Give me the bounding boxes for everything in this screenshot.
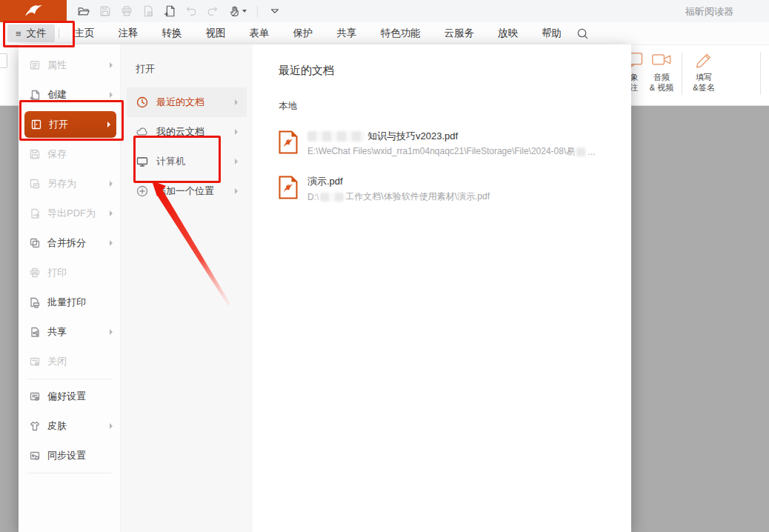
- sidebar-item-sync-settings[interactable]: 同步设置: [19, 441, 120, 471]
- hand-tool-button[interactable]: [227, 4, 247, 18]
- submenu-arrow-icon: [235, 99, 238, 105]
- submenu-arrow-icon: [235, 129, 238, 135]
- tab-special-features[interactable]: 特色功能: [369, 27, 433, 40]
- sidebar-item-export-pdf[interactable]: 导出PDF为: [19, 199, 120, 228]
- audio-video-label-1: 音频: [653, 72, 670, 82]
- menu-file-button[interactable]: ≡ 文件: [7, 24, 55, 42]
- pencil-icon: [693, 50, 714, 70]
- collapse-toolbar-icon[interactable]: [268, 4, 282, 18]
- sidebar-item-label: 打开: [49, 118, 68, 131]
- tab-present[interactable]: 放映: [486, 27, 530, 40]
- redo-icon[interactable]: [206, 4, 219, 18]
- open-item-label: 我的云文档: [156, 125, 204, 139]
- foxit-bird-icon: [21, 3, 46, 19]
- tab-cloud-service[interactable]: 云服务: [433, 27, 487, 40]
- ribbon-separator: [682, 52, 682, 95]
- sidebar-item-print[interactable]: 打印: [19, 258, 120, 287]
- remove-page-icon[interactable]: [142, 4, 155, 18]
- sidebar-item-label: 保存: [47, 147, 67, 161]
- sidebar-item-label: 批量打印: [47, 296, 86, 309]
- open-item-my-cloud-documents[interactable]: 我的云文档: [127, 117, 247, 147]
- tab-form[interactable]: 表单: [238, 27, 282, 40]
- fill-sign-label-1: 填写: [696, 72, 712, 82]
- open-item-label: 添加一个位置: [156, 184, 214, 198]
- audio-video-button[interactable]: 音频 & 视频: [642, 50, 682, 93]
- fill-sign-label-2: &签名: [693, 82, 714, 93]
- sidebar-item-label: 合并拆分: [47, 236, 86, 250]
- sidebar-item-label: 偏好设置: [47, 390, 86, 403]
- sidebar-item-open[interactable]: 打开: [24, 111, 116, 138]
- computer-icon: [136, 155, 149, 168]
- sidebar-item-create[interactable]: 创建: [19, 80, 120, 110]
- file-path: E:\WeChat Files\wxid_rra1m04nqaqc21\File…: [307, 145, 575, 158]
- recent-file-row[interactable]: 知识与技巧v2023.pdf E:\WeChat Files\wxid_rra1…: [279, 130, 631, 158]
- open-panel-title: 打开: [121, 61, 253, 87]
- undo-icon[interactable]: [184, 4, 198, 18]
- open-item-computer[interactable]: 计算机: [127, 147, 247, 176]
- sidebar-item-label: 共享: [47, 325, 67, 339]
- sidebar-item-label: 同步设置: [47, 449, 86, 462]
- sidebar-item-share[interactable]: 共享: [19, 317, 120, 347]
- submenu-arrow-icon: [110, 92, 113, 98]
- print-icon[interactable]: [120, 4, 133, 18]
- file-backstage-panel: 属性 创建 打开 保存 另存为 导出PDF为 合并拆分 打印: [19, 44, 631, 532]
- redacted-file-name: [307, 131, 365, 142]
- hand-tool-icon: [227, 4, 241, 18]
- local-section-label: 本地: [279, 100, 631, 113]
- sidebar-item-batch-print[interactable]: 批量打印: [19, 287, 120, 317]
- open-item-recent-documents[interactable]: 最近的文档: [127, 87, 247, 117]
- title-bar: 福昕阅读器: [0, 0, 769, 23]
- tab-share[interactable]: 共享: [325, 27, 369, 40]
- submenu-arrow-icon: [107, 122, 110, 127]
- submenu-arrow-icon: [110, 210, 113, 216]
- open-folder-icon[interactable]: [77, 4, 90, 18]
- close-document-icon: [29, 356, 41, 368]
- open-icon: [30, 119, 42, 130]
- submenu-arrow-icon: [110, 240, 113, 246]
- submenu-arrow-icon: [110, 423, 113, 429]
- open-item-add-a-place[interactable]: 添加一个位置: [127, 176, 247, 206]
- cloud-icon: [136, 125, 149, 139]
- ribbon-button-fragment-left: [0, 53, 7, 68]
- sidebar-item-merge-split[interactable]: 合并拆分: [19, 228, 120, 258]
- hand-tool-caret-icon: [242, 10, 247, 13]
- audio-video-label-2: & 视频: [650, 82, 673, 93]
- open-panel: 打开 最近的文档 我的云文档 计算机 添加一个位置: [121, 44, 253, 532]
- recent-file-row[interactable]: 演示.pdf D:\ 工作文档\体验软件使用素材\演示.pdf: [279, 175, 631, 203]
- tab-convert[interactable]: 转换: [150, 27, 194, 40]
- sidebar-item-close[interactable]: 关闭: [19, 347, 120, 376]
- submenu-arrow-icon: [110, 62, 113, 68]
- save-as-icon: [29, 178, 41, 190]
- save-icon[interactable]: [99, 4, 112, 18]
- recent-documents-title: 最近的文档: [279, 64, 631, 78]
- sidebar-item-label: 另存为: [47, 177, 76, 190]
- toolbar-separator: [257, 6, 258, 17]
- search-button[interactable]: [576, 27, 589, 40]
- tab-help[interactable]: 帮助: [530, 27, 573, 40]
- new-page-icon[interactable]: [163, 4, 176, 18]
- file-name: 演示.pdf: [307, 175, 343, 188]
- quick-access-toolbar: [77, 0, 282, 22]
- pdf-file-icon: [279, 130, 298, 154]
- export-pdf-icon: [29, 207, 41, 219]
- foxit-logo[interactable]: [0, 0, 67, 22]
- sidebar-item-label: 关闭: [47, 355, 67, 368]
- tab-protect[interactable]: 保护: [282, 27, 325, 40]
- sidebar-item-skin[interactable]: 皮肤: [19, 411, 120, 441]
- sidebar-item-save-as[interactable]: 另存为: [19, 169, 120, 199]
- file-name: 知识与技巧v2023.pdf: [367, 130, 458, 143]
- create-icon: [29, 89, 41, 101]
- tab-view[interactable]: 视图: [194, 27, 238, 40]
- print-icon: [29, 267, 41, 279]
- sidebar-item-preferences[interactable]: 偏好设置: [19, 382, 120, 411]
- tab-comment[interactable]: 注释: [107, 27, 150, 40]
- sidebar-item-save[interactable]: 保存: [19, 139, 120, 169]
- sidebar-item-properties[interactable]: 属性: [19, 50, 120, 80]
- search-icon: [576, 27, 589, 40]
- tab-home[interactable]: 主页: [63, 27, 107, 40]
- sidebar-item-label: 创建: [47, 88, 67, 102]
- fill-sign-button[interactable]: 填写 &签名: [684, 50, 724, 93]
- submenu-arrow-icon: [110, 329, 113, 335]
- image-annotation-label-2: 注: [630, 82, 639, 93]
- submenu-arrow-icon: [235, 159, 238, 164]
